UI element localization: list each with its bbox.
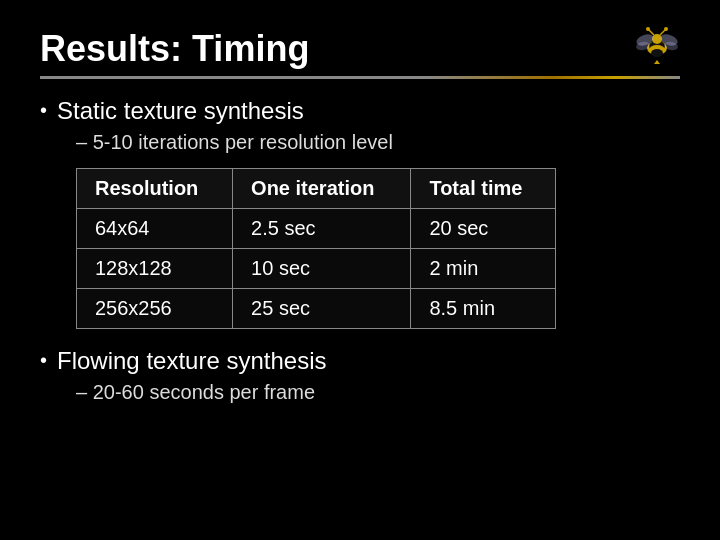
- svg-point-3: [651, 49, 663, 57]
- table-row: 256x25625 sec8.5 min: [77, 289, 556, 329]
- bee-icon: [630, 22, 684, 66]
- table-cell: 25 sec: [233, 289, 411, 329]
- bullet1-text: Static texture synthesis: [57, 97, 304, 125]
- table-cell: 20 sec: [411, 209, 556, 249]
- table-row: 64x642.5 sec20 sec: [77, 209, 556, 249]
- table-cell: 2 min: [411, 249, 556, 289]
- bullet1-dot: •: [40, 97, 47, 123]
- table-header-cell: Total time: [411, 169, 556, 209]
- table-cell: 64x64: [77, 209, 233, 249]
- svg-point-4: [652, 34, 662, 44]
- table-row: 128x12810 sec2 min: [77, 249, 556, 289]
- table-cell: 10 sec: [233, 249, 411, 289]
- table-cell: 8.5 min: [411, 289, 556, 329]
- bullet1-main: • Static texture synthesis: [40, 97, 680, 125]
- bullet2-sub: – 20-60 seconds per frame: [40, 381, 680, 404]
- slide-title: Results: Timing: [40, 28, 680, 70]
- bullet2-dot: •: [40, 347, 47, 373]
- title-divider: [40, 76, 680, 79]
- table-header-cell: One iteration: [233, 169, 411, 209]
- timing-table: ResolutionOne iterationTotal time64x642.…: [76, 168, 556, 329]
- bullet2-section: • Flowing texture synthesis – 20-60 seco…: [40, 347, 680, 404]
- table-cell: 128x128: [77, 249, 233, 289]
- svg-point-11: [646, 27, 650, 31]
- table-cell: 2.5 sec: [233, 209, 411, 249]
- bullet2-main: • Flowing texture synthesis: [40, 347, 680, 375]
- svg-point-13: [664, 27, 668, 31]
- svg-marker-9: [654, 60, 660, 64]
- bullet1-section: • Static texture synthesis – 5-10 iterat…: [40, 97, 680, 154]
- slide: Results: Timing • Static texture synthes…: [0, 0, 720, 540]
- bullet1-sub: – 5-10 iterations per resolution level: [40, 131, 680, 154]
- bullet2-text: Flowing texture synthesis: [57, 347, 326, 375]
- table-header-cell: Resolution: [77, 169, 233, 209]
- title-area: Results: Timing: [40, 28, 680, 79]
- table-cell: 256x256: [77, 289, 233, 329]
